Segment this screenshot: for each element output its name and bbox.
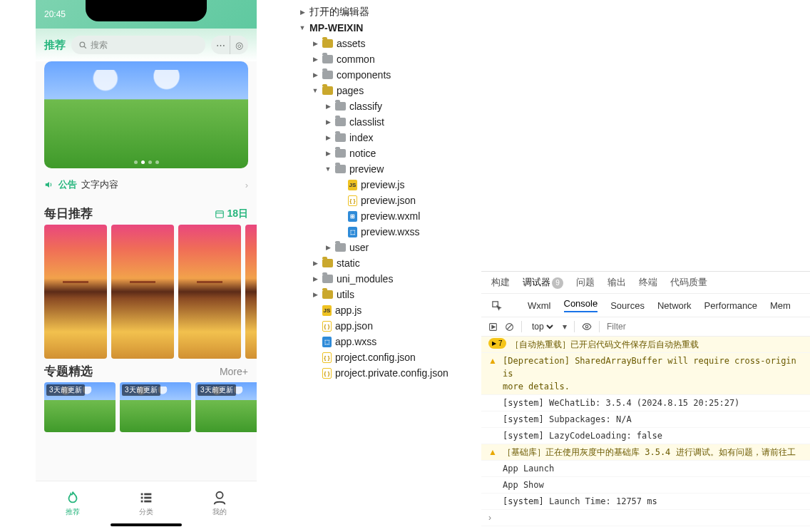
tab-debugger[interactable]: 调试器9 [523, 276, 563, 289]
log-message: App Show [503, 479, 803, 491]
tree-row[interactable]: ⬚app.wxss [296, 334, 481, 349]
console-log-row[interactable]: 7［自动热重载］已开启代码文件保存后自动热重载 [481, 337, 810, 353]
console-log-row[interactable]: [system] WeChatLib: 3.5.4 (2024.8.15 20:… [481, 395, 810, 411]
capsule-close-icon[interactable]: ◎ [230, 36, 248, 54]
tree-row[interactable]: ▶static [296, 255, 481, 271]
devtools-panel: 构建 调试器9 问题 输出 终端 代码质量 Wxml Console Sourc… [481, 271, 810, 532]
tree-row[interactable]: ▶uni_modules [296, 271, 481, 287]
hero-banner[interactable] [44, 61, 248, 168]
console-log-row[interactable]: › [481, 510, 810, 526]
tree-section-editors[interactable]: ▶ 打开的编辑器 [296, 4, 481, 20]
tab-recommend[interactable]: 推荐 [44, 39, 66, 52]
tree-row[interactable]: ▼pages [296, 83, 481, 98]
tab-build[interactable]: 构建 [491, 276, 510, 289]
tab-codeq[interactable]: 代码质量 [670, 276, 707, 289]
tree-row[interactable]: ▶components [296, 67, 481, 83]
console-log-row[interactable]: [system] Launch Time: 12757 ms [481, 493, 810, 510]
tree-row[interactable]: ▶utils [296, 287, 481, 302]
console-log-row[interactable]: ▲［基础库］正在使用灰度中的基础库 3.5.4 进行调试。如有问题，请前往工 [481, 444, 810, 461]
topic-card[interactable]: 3天前更新 [120, 382, 191, 432]
daily-item[interactable] [245, 225, 257, 359]
tree-row[interactable]: ▶classlist [296, 114, 481, 130]
tree-row[interactable]: ▶classify [296, 98, 481, 114]
tree-row[interactable]: ▶common [296, 51, 481, 67]
tree-section-project[interactable]: ▼ MP-WEIXIN [296, 20, 481, 36]
tab-output[interactable]: 输出 [608, 276, 626, 289]
folder-icon [322, 71, 333, 79]
topic-card[interactable]: 3天前更新 [44, 382, 116, 432]
tree-row[interactable]: { }project.private.config.json [296, 365, 481, 381]
notice-label: 公告 [58, 178, 77, 191]
topic-title: 专题精选 [44, 363, 93, 379]
expand-icon: ▶ [312, 291, 319, 298]
eye-icon[interactable] [582, 322, 592, 332]
daily-item[interactable] [178, 225, 241, 359]
tab-network[interactable]: Network [657, 300, 692, 311]
tree-row[interactable]: ▼preview [296, 161, 481, 177]
tree-row[interactable]: ▶assets [296, 36, 481, 51]
tab-sources[interactable]: Sources [610, 300, 645, 311]
console-output[interactable]: 7［自动热重载］已开启代码文件保存后自动热重载▲[Deprecation] Sh… [481, 337, 810, 532]
daily-item[interactable] [111, 225, 174, 359]
tree-row[interactable]: ▶user [296, 240, 481, 255]
svg-rect-5 [144, 493, 151, 495]
tree-row[interactable]: ⬚preview.wxss [296, 224, 481, 240]
js-file-icon: JS [348, 180, 357, 190]
clear-icon[interactable] [505, 322, 514, 332]
tree-row[interactable]: ⊞preview.wxml [296, 208, 481, 224]
tree-row[interactable]: JSapp.js [296, 302, 481, 318]
daily-date[interactable]: 18日 [215, 208, 248, 220]
log-message: [system] WeChatLib: 3.5.4 (2024.8.15 20:… [503, 397, 803, 409]
tree-row[interactable]: { }project.config.json [296, 349, 481, 365]
console-log-row[interactable]: App Launch [481, 461, 810, 477]
console-log-row[interactable]: [system] LazyCodeLoading: false [481, 428, 810, 444]
console-log-row[interactable]: [system] Subpackages: N/A [481, 411, 810, 428]
wechat-capsule[interactable]: ⋯ ◎ [211, 36, 248, 54]
search-input[interactable]: 搜索 [71, 36, 205, 54]
tree-label: common [337, 53, 375, 65]
notice-row[interactable]: 公告 文字内容 › [36, 168, 257, 201]
tree-label: preview [349, 163, 384, 175]
app-topbar: 推荐 搜索 ⋯ ◎ [36, 29, 257, 61]
topic-card[interactable]: 3天前更新 [195, 382, 257, 432]
tree-row[interactable]: { }app.json [296, 318, 481, 334]
tab-recommend[interactable]: 推荐 [36, 481, 109, 525]
tab-problems[interactable]: 问题 [576, 276, 595, 289]
topic-row[interactable]: 3天前更新 3天前更新 3天前更新 [36, 382, 257, 432]
capsule-menu-icon[interactable]: ⋯ [211, 36, 230, 54]
daily-item[interactable] [44, 225, 107, 359]
tab-memory[interactable]: Mem [770, 300, 791, 311]
section-topic-header: 专题精选 More+ [36, 359, 257, 382]
inspect-icon[interactable] [491, 300, 502, 311]
carousel-dots [44, 160, 248, 164]
tab-wxml[interactable]: Wxml [528, 300, 551, 311]
folder-icon [322, 259, 333, 267]
update-tag: 3天前更新 [122, 384, 160, 396]
folder-icon [335, 165, 346, 173]
devtools-primary-tabs: 构建 调试器9 问题 输出 终端 代码质量 [481, 272, 810, 294]
console-log-row[interactable]: App Show [481, 477, 810, 493]
file-explorer[interactable]: ▶ 打开的编辑器 ▼ MP-WEIXIN ▶assets▶common▶comp… [296, 0, 481, 532]
tree-label: preview.wxss [361, 226, 419, 237]
scope-select[interactable]: top [529, 321, 555, 332]
tree-row[interactable]: ▶notice [296, 145, 481, 161]
topic-more[interactable]: More+ [220, 366, 248, 377]
daily-row[interactable] [36, 225, 257, 359]
filter-input[interactable] [607, 322, 803, 332]
svg-line-14 [507, 324, 512, 329]
daily-title: 每日推荐 [44, 205, 93, 222]
tab-console[interactable]: Console [564, 298, 598, 312]
tree-row[interactable]: JSpreview.js [296, 177, 481, 193]
expand-icon: ▶ [324, 244, 332, 251]
tab-mine[interactable]: 我的 [183, 481, 257, 525]
console-log-row[interactable]: ▲[Deprecation] SharedArrayBuffer will re… [481, 353, 810, 395]
play-icon[interactable] [488, 322, 498, 332]
tab-perf[interactable]: Performance [704, 300, 757, 311]
tree-row[interactable]: { }preview.json [296, 193, 481, 208]
tab-terminal[interactable]: 终端 [639, 276, 657, 289]
wxss-file-icon: ⬚ [322, 337, 332, 347]
tree-row[interactable]: ▶index [296, 130, 481, 145]
folder-icon [322, 55, 333, 63]
tree-label: 打开的编辑器 [309, 6, 369, 19]
tab-classify[interactable]: 分类 [109, 481, 183, 525]
